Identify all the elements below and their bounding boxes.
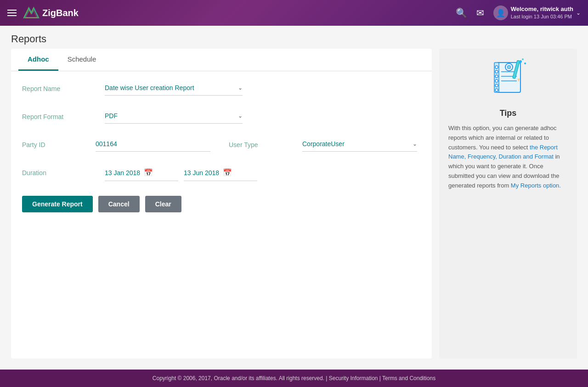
user-type-label: User Type bbox=[229, 137, 293, 148]
calendar-to-icon[interactable]: 📅 bbox=[223, 168, 232, 177]
calendar-from-icon[interactable]: 📅 bbox=[144, 168, 153, 177]
svg-point-7 bbox=[495, 75, 498, 78]
svg-point-6 bbox=[495, 70, 498, 73]
page-title: Reports bbox=[0, 26, 588, 49]
user-type-select[interactable]: CorporateUser ⌄ bbox=[302, 137, 417, 152]
report-name-select[interactable]: Date wise User creation Report ⌄ bbox=[105, 80, 243, 96]
cancel-button[interactable]: Cancel bbox=[98, 196, 140, 212]
svg-point-5 bbox=[495, 66, 498, 68]
svg-point-10 bbox=[495, 89, 498, 91]
clear-button[interactable]: Clear bbox=[145, 196, 181, 212]
tips-panel: Tips With this option, you can generate … bbox=[439, 49, 577, 359]
avatar: 👤 bbox=[493, 6, 508, 20]
content-area: Adhoc Schedule Report Name Date wise Use… bbox=[0, 49, 588, 370]
menu-button[interactable] bbox=[7, 10, 17, 16]
svg-point-19 bbox=[524, 63, 526, 64]
report-format-label: Report Format bbox=[22, 108, 96, 120]
footer-text: Copyright © 2006, 2017, Oracle and/or it… bbox=[153, 375, 435, 381]
report-name-row: Report Name Date wise User creation Repo… bbox=[22, 80, 421, 96]
logo: ZigBank bbox=[23, 6, 79, 19]
report-name-value: Date wise User creation Report bbox=[105, 84, 194, 91]
duration-from-field: 13 Jan 2018 📅 bbox=[105, 165, 178, 181]
button-row: Generate Report Cancel Clear bbox=[22, 196, 421, 212]
duration-row: Duration 13 Jan 2018 📅 13 Jun 2018 📅 bbox=[22, 165, 421, 181]
generate-report-button[interactable]: Generate Report bbox=[22, 196, 93, 212]
report-format-select[interactable]: PDF ⌄ bbox=[105, 108, 243, 124]
report-format-value: PDF bbox=[105, 112, 118, 120]
user-type-chevron: ⌄ bbox=[413, 141, 417, 147]
svg-point-20 bbox=[522, 58, 524, 60]
tabs: Adhoc Schedule bbox=[11, 49, 432, 71]
duration-label: Duration bbox=[22, 165, 96, 176]
chevron-down-icon: ⌄ bbox=[576, 10, 581, 16]
user-details: Welcome, ritwick auth Last login 13 Jun … bbox=[511, 6, 573, 20]
last-login: Last login 13 Jun 03:46 PM bbox=[511, 13, 573, 20]
app-header: ZigBank 🔍 ✉ 👤 Welcome, ritwick auth Last… bbox=[0, 0, 588, 26]
svg-point-15 bbox=[507, 65, 511, 69]
party-id-col: Party ID bbox=[22, 137, 210, 152]
svg-point-8 bbox=[495, 80, 498, 82]
user-type-value: CorporateUser bbox=[302, 140, 345, 148]
svg-point-18 bbox=[519, 60, 522, 63]
mail-icon[interactable]: ✉ bbox=[476, 7, 484, 18]
search-icon[interactable]: 🔍 bbox=[456, 7, 467, 18]
user-menu[interactable]: 👤 Welcome, ritwick auth Last login 13 Ju… bbox=[493, 6, 581, 20]
user-type-col: User Type CorporateUser ⌄ bbox=[229, 137, 417, 152]
tab-schedule[interactable]: Schedule bbox=[58, 49, 106, 71]
tab-adhoc[interactable]: Adhoc bbox=[18, 49, 58, 71]
duration-fields: 13 Jan 2018 📅 13 Jun 2018 📅 bbox=[105, 165, 421, 181]
party-id-input[interactable] bbox=[96, 137, 210, 152]
party-id-label: Party ID bbox=[22, 137, 86, 148]
logo-text: ZigBank bbox=[42, 8, 79, 18]
user-type-control: CorporateUser ⌄ bbox=[302, 137, 417, 152]
duration-to-field: 13 Jun 2018 📅 bbox=[184, 165, 257, 181]
tips-text: With this option, you can generate adhoc… bbox=[448, 124, 568, 191]
tips-illustration bbox=[487, 58, 529, 101]
party-usertype-row: Party ID User Type CorporateUser ⌄ bbox=[22, 137, 421, 152]
tips-title: Tips bbox=[500, 108, 517, 118]
report-format-control: PDF ⌄ bbox=[105, 108, 421, 124]
form-panel: Adhoc Schedule Report Name Date wise Use… bbox=[11, 49, 432, 359]
duration-control: 13 Jan 2018 📅 13 Jun 2018 📅 bbox=[105, 165, 421, 181]
user-name: Welcome, ritwick auth bbox=[511, 6, 573, 13]
report-name-control: Date wise User creation Report ⌄ bbox=[105, 80, 421, 96]
form-body: Report Name Date wise User creation Repo… bbox=[11, 71, 432, 222]
report-name-chevron: ⌄ bbox=[238, 85, 243, 91]
footer: Copyright © 2006, 2017, Oracle and/or it… bbox=[0, 370, 588, 387]
report-name-label: Report Name bbox=[22, 80, 96, 92]
duration-from-value: 13 Jan 2018 bbox=[105, 169, 140, 176]
duration-to-value: 13 Jun 2018 bbox=[184, 169, 219, 176]
svg-point-9 bbox=[495, 84, 498, 87]
party-id-control bbox=[96, 137, 210, 152]
report-format-row: Report Format PDF ⌄ bbox=[22, 108, 421, 124]
report-format-chevron: ⌄ bbox=[238, 113, 243, 119]
